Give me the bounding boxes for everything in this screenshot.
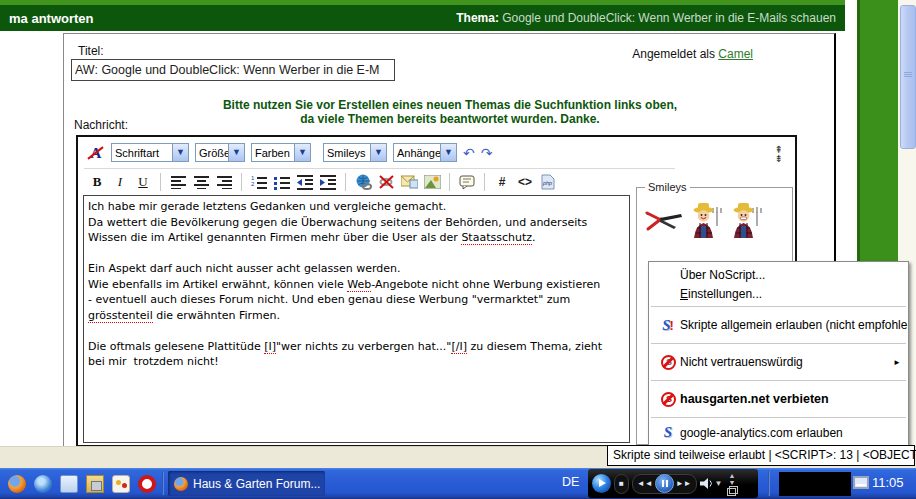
align-left-icon[interactable] [168,172,188,192]
chevron-down-icon[interactable]: ▼ [172,144,188,161]
align-right-icon[interactable] [214,172,234,192]
noscript-status-tooltip: Skripte sind teilweise erlaubt | <SCRIPT… [607,445,915,466]
menu-item-label: Über NoScript... [680,268,765,282]
thema-label: Thema: [456,11,499,25]
insert-link-icon[interactable] [353,172,373,192]
menu-item[interactable]: Einstellungen... [649,284,908,303]
chevron-down-icon[interactable]: ▼ [370,144,386,161]
opera-icon[interactable] [138,475,156,493]
menu-item[interactable]: Shausgarten.net verbieten [649,384,908,414]
ordered-list-icon[interactable]: 12 [249,172,269,192]
editor-resize-arrows[interactable]: ⇞⇟ [775,145,783,163]
svg-text:php: php [542,180,552,186]
editor-dropdown[interactable]: Schriftart▼ [111,143,189,162]
expand-down-icon[interactable]: ⇟ [775,154,783,163]
dropdown-label: Größe [196,147,228,159]
media-player-deskband[interactable]: ■ ◄◄ ►► ▼ ▲▼ [588,469,758,498]
toolbar-separator [160,173,161,191]
chevron-down-icon[interactable]: ▼ [440,144,456,161]
menu-separator [651,343,906,344]
menu-separator [651,380,906,381]
html-icon[interactable]: <> [515,172,535,192]
taskbar-divider [162,472,164,495]
username-link[interactable]: Camel [718,47,753,61]
undo-icon[interactable]: ↶ [463,145,475,161]
noscript-forbid-icon: S [656,392,680,407]
remove-link-icon[interactable] [376,172,396,192]
editor-dropdown[interactable]: Größe▼ [195,143,245,162]
farmer-smiley-icon[interactable] [689,202,725,242]
quote-icon[interactable] [457,172,477,192]
speaker-icon [700,478,714,489]
thema-value: Google und DoubleClick: Wenn Werber in d… [502,11,836,25]
unordered-list-icon[interactable] [272,172,292,192]
farmer-smiley-icon[interactable] [729,202,765,242]
chevron-down-icon[interactable]: ▼ [294,144,310,161]
restore-window-icon[interactable] [727,488,736,496]
thread-header-bar: ma antworten Thema: Google und DoubleCli… [0,5,845,31]
firefox-icon[interactable] [8,475,26,493]
notice-line-2: da viele Themen bereits beantwortet wurd… [100,112,800,126]
dropdown-label: Farben [252,147,294,159]
thunderbird-icon[interactable] [34,475,52,493]
toolbar-separator [345,173,346,191]
taskbar: Haus & Garten Forum... DE ■ ◄◄ ►► ▼ ▲▼ 1… [0,468,916,499]
toolbar-separator [449,173,450,191]
message-text[interactable]: Ich habe mir gerade letztens Gedanken un… [83,195,630,443]
indent-icon[interactable] [318,172,338,192]
redacted-tray-box [779,472,851,496]
chevron-down-icon[interactable]: ▼ [228,144,244,161]
document-app-icon[interactable] [60,475,78,493]
clock[interactable]: 11:05 [872,475,904,490]
scrollbar-thumb[interactable] [900,5,916,149]
insert-email-icon[interactable] [399,172,419,192]
menu-separator [651,417,906,418]
titel-label: Titel: [78,44,104,58]
smileys-legend: Smileys [645,181,690,193]
login-prefix: Angemeldet als [632,47,718,61]
shears-smiley-icon[interactable] [643,205,685,239]
task-button-firefox[interactable]: Haus & Garten Forum... [168,471,325,496]
insert-image-icon[interactable] [422,172,442,192]
dropdown-label: Schriftart [112,147,172,159]
task-button-label: Haus & Garten Forum... [193,477,320,491]
logged-in-as: Angemeldet als Camel [632,47,753,61]
editor-dropdown[interactable]: Smileys▼ [323,143,387,162]
stop-button[interactable]: ■ [614,474,629,494]
code-icon[interactable]: # [492,172,512,192]
nachricht-label: Nachricht: [74,118,128,132]
php-icon[interactable]: php [538,172,558,192]
menu-separator [651,306,906,307]
folder-save-icon[interactable] [86,475,104,493]
underline-icon[interactable]: U [133,172,153,192]
menu-item[interactable]: S!Skripte allgemein erlauben (nicht empf… [649,310,908,340]
chevron-down-icon[interactable]: ▼ [728,479,735,486]
deskband-options[interactable]: ▲▼ [727,472,736,496]
previous-track-icon[interactable]: ◄◄ [637,479,653,489]
align-center-icon[interactable] [191,172,211,192]
firefox-icon [174,477,188,491]
italic-icon[interactable]: I [110,172,130,192]
pause-button[interactable] [655,474,674,493]
chevron-up-icon[interactable]: ▲ [728,472,735,479]
redo-icon[interactable]: ↷ [481,145,493,161]
remove-formatting-icon[interactable]: A [87,144,105,162]
chevron-down-icon[interactable]: ▼ [715,479,723,488]
titel-input[interactable] [71,59,395,81]
menu-item[interactable]: Über NoScript... [649,265,908,284]
next-track-icon[interactable]: ►► [676,479,692,489]
outdent-icon[interactable] [295,172,315,192]
volume-control[interactable]: ▼ [700,478,723,489]
editor-dropdown[interactable]: Farben▼ [251,143,311,162]
bold-icon[interactable]: B [87,172,107,192]
submenu-arrow-icon: ► [893,358,901,367]
menu-item[interactable]: Sgoogle-analytics.com erlauben [649,421,908,444]
svg-text:2: 2 [251,181,255,187]
menu-item[interactable]: SNicht vertrauenswürdig► [649,347,908,377]
wmp-logo-icon[interactable] [592,474,611,493]
language-indicator[interactable]: DE [562,475,579,489]
smiley-list [643,202,765,242]
paint-app-icon[interactable] [112,475,130,493]
display-tray-icon[interactable] [853,476,869,489]
editor-dropdown[interactable]: Anhänge▼ [393,143,457,162]
